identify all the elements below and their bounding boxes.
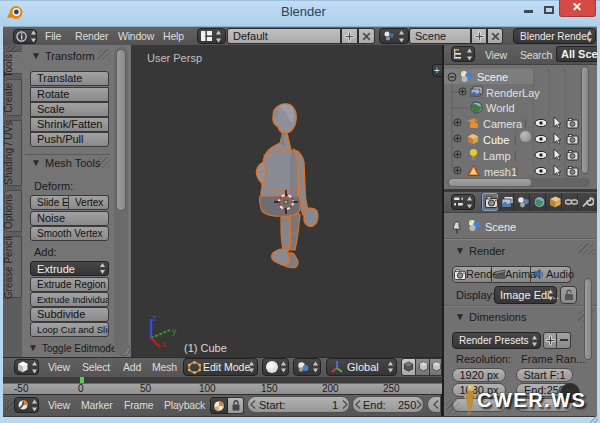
svg-text:x: x [162, 339, 167, 349]
svg-text:z: z [152, 313, 157, 323]
svg-text:y: y [172, 326, 177, 336]
